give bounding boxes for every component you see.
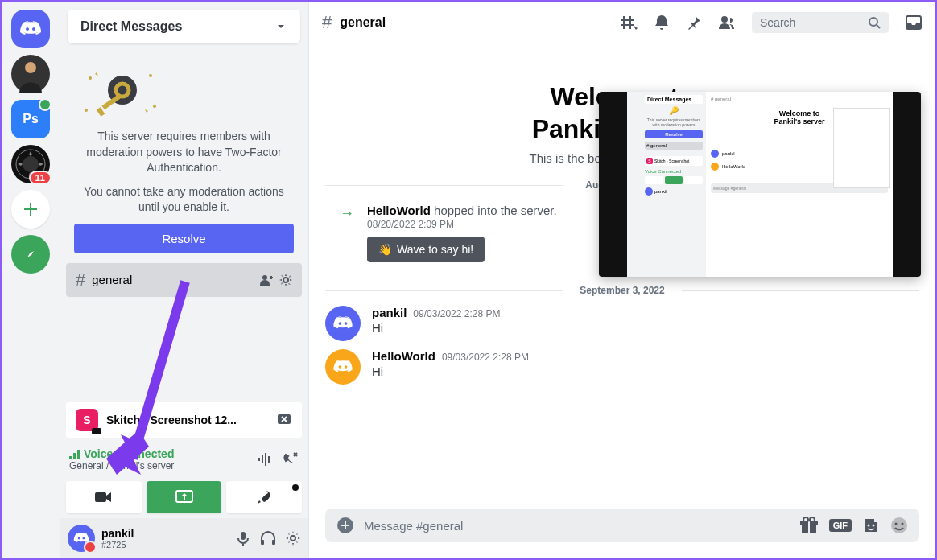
home-server-button[interactable] [11, 10, 50, 48]
threads-icon[interactable] [620, 14, 638, 31]
dm-header-label: Direct Messages [80, 19, 182, 34]
chat-header: # general Search [309, 2, 935, 43]
video-camera-icon [95, 491, 113, 504]
add-server-button[interactable] [11, 190, 50, 229]
svg-point-5 [149, 74, 152, 77]
pip-preview-content: Direct Messages 🔑 This server requires m… [627, 92, 893, 277]
svg-rect-22 [95, 492, 106, 502]
svg-point-12 [262, 275, 267, 280]
moderation-notice: This server requires members with modera… [60, 51, 308, 261]
search-placeholder: Search [760, 16, 795, 29]
sticker-icon[interactable] [863, 517, 879, 533]
chevron-down-icon [274, 20, 287, 33]
channel-name: general [92, 273, 132, 286]
hash-icon: # [322, 12, 332, 33]
server-item-fifa[interactable]: 11 [11, 145, 50, 183]
avatar[interactable] [325, 306, 361, 341]
svg-point-35 [803, 517, 808, 522]
voice-user-avatar: S [76, 409, 98, 431]
svg-point-28 [721, 16, 728, 23]
notification-dot-icon [292, 484, 299, 491]
message-row: pankil09/03/2022 2:28 PM Hi [325, 306, 919, 341]
pin-icon[interactable] [686, 14, 702, 31]
dm-header-dropdown[interactable]: Direct Messages [68, 10, 300, 43]
chat-body: Welcome toPankil's server This is the be… [309, 43, 935, 509]
svg-point-7 [85, 109, 88, 112]
svg-point-37 [868, 525, 870, 527]
compass-icon [22, 245, 39, 263]
svg-point-2 [23, 156, 39, 172]
svg-point-6 [153, 105, 156, 108]
wave-button[interactable]: 👋 Wave to say hi! [367, 237, 485, 262]
gear-icon[interactable] [279, 274, 292, 286]
discord-logo-icon [19, 21, 42, 37]
date-divider: September 3, 2022 [325, 285, 919, 296]
svg-point-27 [291, 536, 295, 541]
server-item-ps[interactable]: Ps [11, 100, 50, 138]
search-input[interactable]: Search [752, 12, 889, 33]
mic-icon[interactable] [236, 531, 250, 546]
message-input[interactable]: Message #general GIF [325, 509, 919, 542]
bell-icon[interactable] [654, 14, 670, 31]
user-tag: #2725 [101, 540, 134, 550]
voice-action-buttons [60, 476, 308, 518]
emoji-icon[interactable] [890, 517, 908, 534]
explore-servers-button[interactable] [11, 235, 50, 274]
screen-share-pip[interactable]: Direct Messages 🔑 This server requires m… [599, 92, 921, 277]
svg-rect-11 [97, 107, 105, 117]
svg-point-39 [891, 517, 907, 533]
hash-icon: # [76, 270, 85, 290]
resolve-button[interactable]: Resolve [74, 224, 294, 253]
user-avatar[interactable] [68, 525, 95, 552]
attach-plus-icon[interactable] [336, 517, 354, 534]
settings-gear-icon[interactable] [286, 531, 300, 546]
voice-user-name: Skitch - Screenshot 12... [106, 414, 268, 426]
svg-rect-17 [77, 450, 80, 459]
gif-button[interactable]: GIF [829, 519, 852, 532]
message-author[interactable]: pankil [372, 306, 407, 319]
svg-rect-18 [258, 458, 260, 461]
gift-icon[interactable] [800, 517, 818, 533]
svg-point-13 [283, 278, 288, 282]
message-author[interactable]: HelloWorld [372, 349, 435, 363]
server-list: Ps 11 [2, 2, 60, 558]
voice-status-panel: Voice Connected General / Pankil's serve… [60, 443, 308, 476]
activity-button[interactable] [226, 481, 302, 513]
message-text: Hi [372, 364, 529, 378]
voice-connected-label: Voice Connected [69, 447, 174, 460]
inbox-icon[interactable] [905, 14, 923, 31]
svg-rect-21 [268, 456, 270, 463]
add-member-icon[interactable] [260, 274, 273, 286]
channel-item-general[interactable]: # general [66, 263, 302, 297]
chat-main: # general Search Welcome toPankil's serv… [309, 2, 935, 558]
members-icon[interactable] [718, 14, 736, 31]
server-label: Ps [23, 112, 39, 126]
svg-rect-15 [69, 456, 72, 459]
channel-title: general [340, 15, 386, 30]
message-row: HelloWorld09/03/2022 2:28 PM Hi [325, 349, 919, 385]
screen-x-icon[interactable] [276, 412, 292, 428]
avatar[interactable] [325, 349, 361, 385]
svg-point-29 [869, 18, 877, 26]
noise-suppress-icon[interactable] [257, 451, 273, 467]
svg-point-40 [895, 523, 898, 525]
svg-rect-16 [73, 453, 76, 459]
user-panel: pankil #2725 [60, 518, 308, 558]
plus-icon [23, 201, 39, 217]
svg-rect-20 [265, 453, 266, 466]
disconnect-call-icon[interactable] [283, 451, 299, 467]
voice-user-row[interactable]: S Skitch - Screenshot 12... [66, 402, 302, 438]
notification-badge: 11 [29, 171, 52, 185]
username: pankil [101, 527, 134, 540]
screen-share-button[interactable] [147, 481, 222, 513]
headphones-icon[interactable] [260, 531, 276, 546]
svg-rect-26 [272, 540, 275, 545]
mod-text-1: This server requires members with modera… [74, 129, 294, 176]
online-badge-icon [39, 98, 52, 111]
message-timestamp: 09/03/2022 2:28 PM [442, 352, 529, 363]
video-button[interactable] [66, 481, 142, 513]
key-art-icon [74, 66, 294, 122]
svg-point-0 [25, 62, 36, 73]
voice-channel-path: General / Pankil's server [69, 460, 174, 471]
server-item-user[interactable] [11, 55, 50, 93]
